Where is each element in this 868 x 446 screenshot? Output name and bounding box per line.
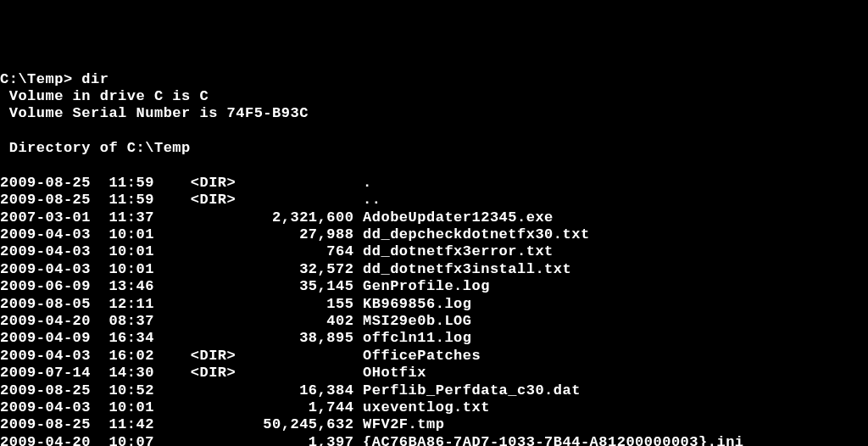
serial-line: Volume Serial Number is 74F5-B93C: [0, 105, 309, 121]
command: dir: [81, 71, 108, 87]
directory-line: Directory of C:\Temp: [0, 140, 191, 156]
prompt: C:\Temp>: [0, 71, 81, 87]
volume-line: Volume in drive C is C: [0, 88, 209, 104]
prompt-line: C:\Temp> dir: [0, 71, 108, 87]
file-listing: 2009-08-25 11:59 <DIR> . 2009-08-25 11:5…: [0, 175, 744, 446]
terminal-output[interactable]: C:\Temp> dir Volume in drive C is C Volu…: [0, 71, 868, 446]
